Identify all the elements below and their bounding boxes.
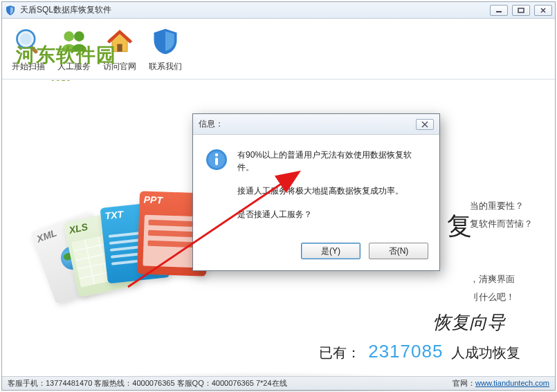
dialog-close-button[interactable] xyxy=(416,119,434,130)
stats-prefix: 已有： xyxy=(319,345,360,360)
toolbar-label: 开始扫描 xyxy=(12,62,45,71)
file-type-illustration: XML XLS TXT PPT xyxy=(42,188,208,306)
svg-rect-1 xyxy=(518,8,524,12)
statusbar: 客服手机：13774481470 客服热线：4000076365 客服QQ：40… xyxy=(2,376,555,390)
toolbar-label: 人工服务 xyxy=(57,62,91,71)
stats-count: 2317085 xyxy=(368,341,443,362)
minimize-button[interactable] xyxy=(490,5,508,16)
titlebar: 天盾SQL数据库恢复软件 xyxy=(2,2,555,19)
hero-line: 当的重要性？ xyxy=(470,197,533,215)
window-title: 天盾SQL数据库恢复软件 xyxy=(20,4,111,16)
toolbar-scan[interactable]: 开始扫描 xyxy=(12,25,45,73)
info-dialog: 信息： 有90%以上的普通用户无法有效使用数据恢复软件。 接通人工服务将极大地提… xyxy=(192,113,440,271)
svg-point-10 xyxy=(215,153,218,156)
no-button[interactable]: 否(N) xyxy=(369,243,428,259)
shield-icon xyxy=(149,25,182,58)
close-button[interactable] xyxy=(534,5,552,16)
magnifier-icon xyxy=(12,25,45,58)
svg-point-6 xyxy=(74,31,84,41)
stats-suffix: 人成功恢复 xyxy=(451,345,520,360)
dialog-message: 有90%以上的普通用户无法有效使用数据恢复软件。 接通人工服务将极大地提高数据恢… xyxy=(237,149,427,232)
dialog-line: 接通人工服务将极大地提高数据恢复成功率。 xyxy=(237,185,427,197)
wizard-label: 恢复向导 xyxy=(433,310,505,335)
dialog-line: 是否接通人工服务？ xyxy=(237,208,427,221)
official-url-link[interactable]: www.tianduntech.com xyxy=(475,379,549,387)
toolbar: 开始扫描 人工服务 访问官网 联系我们 河东软件园 www.pc0359.cn xyxy=(2,19,555,80)
hero-char: 复 xyxy=(447,209,472,243)
dialog-titlebar: 信息： xyxy=(193,114,439,135)
dialog-line: 有90%以上的普通用户无法有效使用数据恢复软件。 xyxy=(237,149,427,174)
status-left: 客服手机：13774481470 客服热线：4000076365 客服QQ：40… xyxy=(8,378,287,389)
info-icon xyxy=(206,149,228,171)
dialog-buttons: 是(Y) 否(N) xyxy=(193,237,439,270)
svg-point-4 xyxy=(20,33,32,45)
people-icon xyxy=(57,25,91,58)
svg-point-5 xyxy=(64,31,74,41)
svg-rect-7 xyxy=(117,44,122,52)
hero-text: 当的重要性？ 复软件而苦恼？ ，清爽界面 刂什么吧！ xyxy=(470,197,533,306)
toolbar-contact[interactable]: 联系我们 xyxy=(149,25,182,73)
svg-rect-0 xyxy=(496,11,502,12)
dialog-title: 信息： xyxy=(199,118,223,130)
hero-line: 刂什么吧！ xyxy=(470,288,533,306)
app-icon xyxy=(5,5,16,16)
yes-button[interactable]: 是(Y) xyxy=(301,243,360,259)
house-icon xyxy=(103,25,136,58)
toolbar-website[interactable]: 访问官网 xyxy=(103,25,136,73)
dialog-body: 有90%以上的普通用户无法有效使用数据恢复软件。 接通人工服务将极大地提高数据恢… xyxy=(193,135,439,237)
toolbar-label: 访问官网 xyxy=(103,62,136,71)
toolbar-label: 联系我们 xyxy=(149,62,182,71)
status-right: 官网：www.tianduntech.com xyxy=(453,378,549,389)
status-right-label: 官网： xyxy=(453,379,475,387)
hero-line: ，清爽界面 xyxy=(470,270,533,288)
stats-line: 已有： 2317085 人成功恢复 xyxy=(2,341,555,362)
close-icon xyxy=(421,121,429,128)
toolbar-service[interactable]: 人工服务 xyxy=(57,25,91,73)
hero-line: 复软件而苦恼？ xyxy=(470,215,533,233)
maximize-button[interactable] xyxy=(512,5,530,16)
window-controls xyxy=(490,5,552,16)
svg-rect-11 xyxy=(215,158,218,165)
